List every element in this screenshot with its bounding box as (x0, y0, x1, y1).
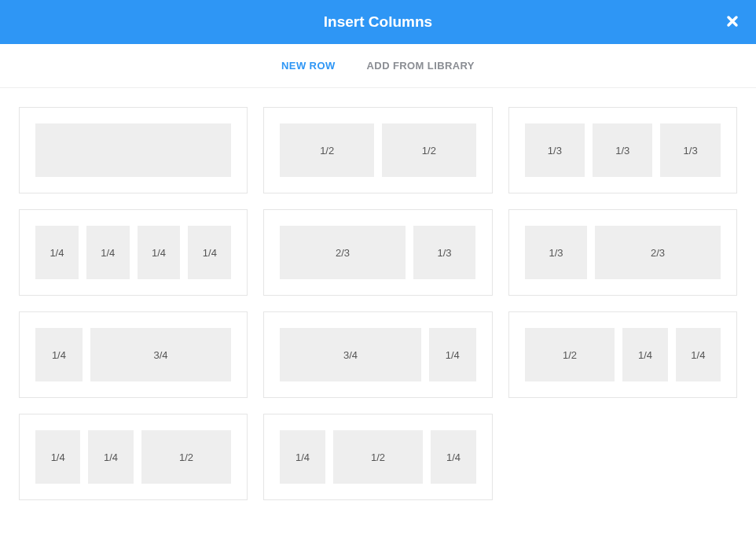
column-box (35, 123, 231, 177)
layout-3-4-1-4[interactable]: 3/41/4 (263, 311, 492, 398)
column-box: 1/3 (660, 123, 720, 177)
modal-title: Insert Columns (324, 13, 432, 31)
column-box: 1/2 (382, 123, 476, 177)
layout-1-4-x4[interactable]: 1/41/41/41/4 (19, 209, 248, 296)
column-box: 1/2 (525, 328, 615, 381)
column-box: 1/4 (138, 226, 181, 279)
tab-add-from-library[interactable]: ADD FROM LIBRARY (367, 60, 475, 72)
column-box: 1/2 (141, 430, 232, 484)
column-box: 1/2 (333, 430, 424, 484)
column-box: 1/4 (676, 328, 721, 381)
column-box: 1/4 (86, 226, 130, 279)
column-box: 1/4 (622, 328, 667, 381)
column-box: 1/4 (429, 328, 476, 381)
layout-1-3-2-3[interactable]: 1/32/3 (508, 209, 737, 296)
column-box: 1/4 (431, 430, 475, 484)
layout-1-4-1-4-1-2[interactable]: 1/41/41/2 (19, 414, 248, 500)
column-box: 1/3 (525, 123, 585, 177)
layout-2-3-1-3[interactable]: 2/31/3 (263, 209, 492, 296)
column-box: 2/3 (280, 226, 405, 279)
column-box: 1/4 (88, 430, 133, 484)
column-box: 1/3 (413, 226, 476, 279)
column-box: 3/4 (90, 328, 232, 381)
column-box: 1/4 (35, 430, 80, 484)
layout-1-3-x3[interactable]: 1/31/31/3 (508, 107, 737, 193)
layout-1-2-1-2[interactable]: 1/21/2 (263, 107, 492, 193)
layout-1-4-1-2-1-4[interactable]: 1/41/21/4 (263, 414, 492, 500)
column-box: 3/4 (280, 328, 421, 381)
close-icon (726, 13, 739, 31)
column-box: 2/3 (595, 226, 720, 279)
layout-1-2-1-4-1-4[interactable]: 1/21/41/4 (508, 311, 737, 398)
column-box: 1/3 (525, 226, 588, 279)
layouts-grid: 1/21/21/31/31/31/41/41/41/42/31/31/32/31… (0, 88, 756, 519)
tab-bar: NEW ROW ADD FROM LIBRARY (0, 44, 756, 88)
close-button[interactable] (726, 14, 739, 30)
column-box: 1/4 (188, 226, 231, 279)
tab-new-row[interactable]: NEW ROW (281, 60, 336, 72)
layout-1-4-3-4[interactable]: 1/43/4 (19, 311, 248, 398)
modal-header: Insert Columns (0, 0, 756, 44)
column-box: 1/2 (280, 123, 374, 177)
column-box: 1/3 (593, 123, 652, 177)
column-box: 1/4 (280, 430, 325, 484)
column-box: 1/4 (35, 226, 79, 279)
layout-full[interactable] (19, 107, 248, 193)
column-box: 1/4 (35, 328, 83, 381)
